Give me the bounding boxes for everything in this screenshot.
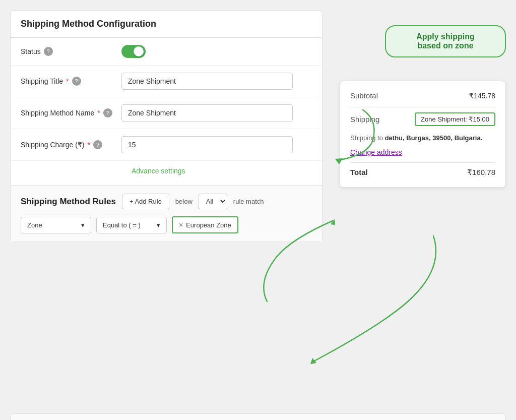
- rule-row: Zone ▾ Equal to ( = ) ▾ × European Zone: [21, 216, 312, 233]
- shipping-title-help-icon[interactable]: ?: [72, 77, 81, 86]
- zones-table: ID Name Type Enabled 60 European Zone: [11, 414, 505, 420]
- required-star: *: [66, 77, 69, 85]
- rule-value-tag[interactable]: × European Zone: [172, 216, 238, 233]
- subtotal-label: Subtotal: [350, 91, 378, 100]
- change-address-link[interactable]: Change address: [350, 148, 495, 156]
- total-row: Total ₹160.78: [350, 168, 495, 177]
- shipping-label: Shipping: [350, 115, 379, 124]
- subtotal-row: Subtotal ₹145.78: [350, 91, 495, 100]
- charge-required-star: *: [88, 141, 90, 149]
- shipping-title-row: Shipping Title * ?: [11, 66, 322, 97]
- advance-settings-container: Advance settings: [11, 161, 322, 185]
- header-id: ID: [33, 414, 59, 420]
- rules-header: Shipping Method Rules + Add Rule below A…: [21, 194, 312, 209]
- shipping-info-text: Shipping to dethu, Burgas, 39500, Bulgar…: [350, 133, 495, 143]
- status-row: Status ?: [11, 38, 322, 66]
- shipping-charge-input[interactable]: [121, 136, 293, 153]
- shipping-charge-value-container: [121, 136, 312, 153]
- method-name-help-icon[interactable]: ?: [103, 108, 112, 117]
- status-toggle[interactable]: [121, 45, 146, 58]
- method-name-row: Shipping Method Name * ?: [11, 97, 322, 129]
- callout-bubble: Apply shippingbased on zone: [385, 25, 506, 57]
- status-help-icon[interactable]: ?: [44, 47, 53, 56]
- zones-table-section: ID Name Type Enabled 60 European Zone: [10, 413, 506, 420]
- rule-condition-dropdown[interactable]: Zone ▾: [21, 217, 91, 233]
- advance-settings-link[interactable]: Advance settings: [121, 163, 312, 179]
- charge-help-icon[interactable]: ?: [93, 140, 102, 149]
- chevron-down-icon-2: ▾: [157, 221, 160, 229]
- method-name-input[interactable]: [121, 104, 293, 122]
- config-card-header: Shipping Method Configuration: [11, 11, 322, 38]
- config-card-title: Shipping Method Configuration: [21, 19, 312, 29]
- svg-marker-2: [331, 219, 335, 225]
- config-card: Shipping Method Configuration Status ? S…: [10, 10, 322, 242]
- tag-close-icon[interactable]: ×: [179, 221, 183, 229]
- header-checkbox-cell: [11, 414, 33, 420]
- checkout-card: Subtotal ₹145.78 Shipping Zone Shipment:…: [340, 81, 506, 188]
- total-value: ₹160.78: [467, 168, 495, 177]
- rules-below-label: below: [175, 198, 192, 205]
- shipping-row: Shipping Zone Shipment: ₹15.00: [350, 112, 495, 126]
- svg-marker-1: [310, 358, 316, 364]
- rule-operator-dropdown[interactable]: Equal to ( = ) ▾: [96, 217, 167, 233]
- rules-section: Shipping Method Rules + Add Rule below A…: [11, 185, 322, 242]
- shipping-value-tag: Zone Shipment: ₹15.00: [415, 112, 495, 126]
- shipping-title-label: Shipping Title * ?: [21, 77, 121, 86]
- shipping-info-container: Shipping to dethu, Burgas, 39500, Bulgar…: [350, 133, 495, 156]
- shipping-charge-row: Shipping Charge (₹) * ?: [11, 129, 322, 161]
- rules-title: Shipping Method Rules: [21, 197, 116, 207]
- shipping-title-value-container: [121, 73, 312, 90]
- shipping-charge-label: Shipping Charge (₹) * ?: [21, 140, 121, 149]
- total-label: Total: [350, 168, 368, 176]
- tag-label: European Zone: [186, 221, 231, 229]
- status-label: Status ?: [21, 47, 121, 56]
- rules-rule-match-label: rule match: [233, 198, 264, 205]
- header-enabled: Enabled: [459, 414, 505, 420]
- add-rule-button[interactable]: + Add Rule: [122, 194, 169, 209]
- chevron-down-icon: ▾: [81, 221, 85, 229]
- status-toggle-container: [121, 45, 312, 58]
- subtotal-value: ₹145.78: [469, 92, 495, 100]
- method-name-label: Shipping Method Name * ?: [21, 108, 121, 117]
- header-type: Type: [142, 414, 459, 420]
- header-name: Name: [59, 414, 142, 420]
- table-header-row: ID Name Type Enabled: [11, 414, 505, 420]
- method-name-required-star: *: [97, 109, 100, 117]
- method-name-value-container: [121, 104, 312, 122]
- shipping-title-input[interactable]: [121, 73, 293, 90]
- callout-text: Apply shippingbased on zone: [416, 32, 475, 50]
- rules-all-select[interactable]: All: [199, 194, 227, 209]
